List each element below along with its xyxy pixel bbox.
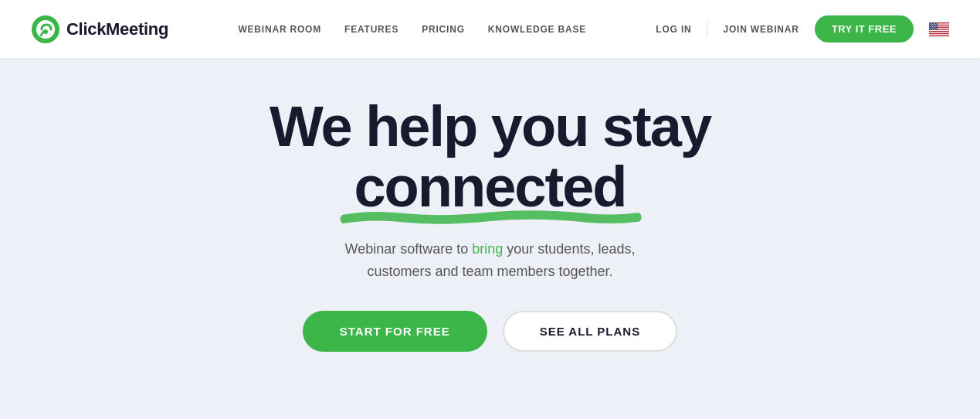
svg-point-32: [933, 27, 934, 28]
svg-point-26: [931, 26, 931, 26]
hero-subtext-line2: customers and team members together.: [367, 264, 612, 279]
svg-point-13: [931, 22, 932, 23]
svg-point-35: [931, 28, 931, 29]
hero-subtext-normal1: Webinar software to: [345, 241, 473, 257]
nav-pricing[interactable]: PRICING: [422, 24, 465, 35]
svg-point-21: [930, 25, 931, 26]
svg-point-25: [936, 25, 937, 26]
hero-subtext-normal2: your students, leads,: [503, 241, 635, 257]
svg-point-20: [935, 23, 936, 24]
nav-features[interactable]: FEATURES: [344, 24, 398, 35]
svg-point-16: [936, 22, 937, 23]
svg-point-17: [931, 23, 931, 24]
cta-row: START FOR FREE SEE ALL PLANS: [303, 311, 677, 352]
svg-rect-8: [929, 31, 949, 32]
svg-point-27: [932, 26, 933, 26]
nav-join-webinar[interactable]: JOIN WEBINAR: [723, 24, 799, 35]
svg-point-15: [934, 22, 935, 23]
header: ClickMeeting WEBINAR ROOM FEATURES PRICI…: [0, 0, 980, 58]
hero-section: We help you stay connected Webinar softw…: [0, 58, 980, 383]
svg-point-12: [930, 22, 931, 23]
logo-icon: [31, 15, 60, 44]
logo[interactable]: ClickMeeting: [31, 15, 168, 44]
svg-point-33: [934, 27, 935, 28]
svg-point-19: [934, 23, 934, 24]
language-flag-icon[interactable]: [929, 22, 949, 36]
nav-webinar-room[interactable]: WEBINAR ROOM: [238, 24, 321, 35]
svg-point-30: [930, 27, 931, 28]
svg-rect-9: [929, 32, 949, 33]
nav-divider: [707, 22, 707, 37]
logo-text: ClickMeeting: [66, 19, 168, 39]
svg-point-28: [934, 26, 934, 26]
nav-log-in[interactable]: LOG IN: [656, 24, 691, 35]
svg-point-36: [932, 28, 933, 29]
hero-heading-line2: connected: [354, 157, 626, 217]
svg-point-31: [931, 27, 932, 28]
nav-knowledge-base[interactable]: KNOWLEDGE BASE: [488, 24, 586, 35]
svg-point-29: [935, 26, 936, 26]
svg-point-34: [936, 27, 937, 28]
hero-subtext-highlight: bring: [472, 241, 503, 257]
svg-point-37: [934, 28, 934, 29]
try-it-free-button[interactable]: TRY IT FREE: [815, 15, 914, 43]
hero-subtext: Webinar software to bring your students,…: [345, 238, 636, 283]
svg-point-23: [933, 25, 934, 26]
svg-point-14: [933, 22, 934, 23]
start-for-free-button[interactable]: START FOR FREE: [303, 311, 487, 352]
main-nav: WEBINAR ROOM FEATURES PRICING KNOWLEDGE …: [238, 24, 586, 35]
green-underline-decoration: [346, 210, 633, 224]
svg-point-38: [935, 28, 936, 29]
svg-point-18: [932, 23, 933, 24]
svg-point-24: [934, 25, 935, 26]
svg-rect-10: [929, 35, 949, 36]
see-all-plans-button[interactable]: SEE ALL PLANS: [503, 311, 678, 352]
hero-heading-line1: We help you stay: [270, 94, 710, 158]
nav-actions: LOG IN JOIN WEBINAR TRY IT FREE: [656, 15, 949, 43]
svg-point-22: [931, 25, 932, 26]
hero-heading: We help you stay connected: [270, 97, 710, 216]
